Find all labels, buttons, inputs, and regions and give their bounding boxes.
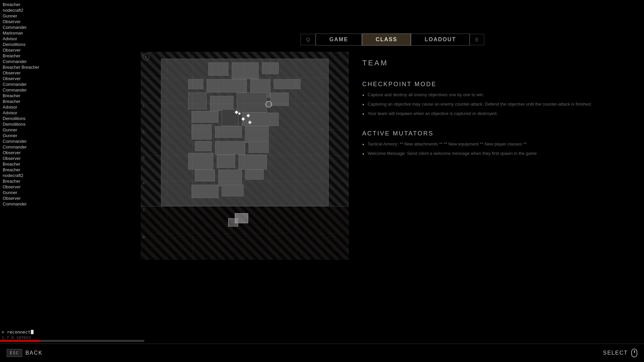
player-entry: Gunner: [3, 13, 64, 19]
player-entry: Commander: [3, 138, 64, 144]
player-entry: nodecraft2: [3, 173, 64, 178]
player-entry: Commander: [3, 81, 64, 87]
console-area: > reconnect: [0, 329, 144, 335]
player-entry: Observer: [3, 19, 64, 24]
mutator-dot-1: ●: [362, 142, 364, 146]
row-7-label: 7: [143, 208, 145, 213]
info-icon[interactable]: i: [143, 54, 149, 60]
player-entry: Commander: [3, 24, 64, 30]
player-entry: Observer: [3, 156, 64, 161]
select-button[interactable]: SELECT: [603, 349, 637, 357]
player-entry: Advisor: [3, 36, 64, 42]
row-4: 4: [143, 181, 145, 185]
mode-bullet-text-3: Your team will respawn when an objective…: [368, 111, 498, 117]
player-entry: Demolitions: [3, 116, 64, 121]
player-entry: Commander: [3, 144, 64, 150]
player-entry: Gunner: [3, 190, 64, 195]
player-entry: Breacher: [3, 53, 64, 59]
player-entry: Demolitions: [3, 42, 64, 47]
console-input-line[interactable]: > reconnect: [2, 329, 143, 335]
player-entry: Breacher: [3, 93, 64, 99]
player-entry: Gunner: [3, 127, 64, 133]
mode-bullet-text-2: Capturing an objective may cause an enem…: [368, 101, 592, 107]
player-entry: Advisor: [3, 207, 64, 208]
player-entry: Breacher: [3, 2, 64, 7]
row-8-label: 8: [143, 235, 145, 240]
player-entry: Advisor: [3, 110, 64, 116]
player-entry: Commander: [3, 87, 64, 93]
bullet-dot-3: ●: [362, 112, 364, 116]
player-entry: Breacher: [3, 178, 64, 184]
mode-bullet-3: ● Your team will respawn when an objecti…: [362, 111, 634, 117]
mode-bullet-2: ● Capturing an objective may cause an en…: [362, 101, 634, 107]
row-2: 2: [143, 130, 145, 134]
console-cursor: [31, 330, 34, 334]
player-entry: Gunner: [3, 133, 64, 138]
player-list: Breachernodecraft2GunnerObserverCommande…: [0, 0, 67, 208]
mutators-title: ACTIVE MUTATORS: [362, 130, 634, 137]
mutator-bullet-2: ● Welcome Message: Send client a welcome…: [362, 150, 634, 157]
player-entry: Observer: [3, 70, 64, 76]
mode-bullet-1: ● Capture and destroy all enemy objectiv…: [362, 92, 634, 98]
player-entry: Demolitions: [3, 121, 64, 127]
map-bottom-strip: 7 8: [141, 206, 349, 260]
team-title: TEAM: [362, 59, 634, 67]
loadout-tab[interactable]: LOADOUT: [411, 34, 470, 46]
class-tab[interactable]: CLASS: [362, 34, 411, 46]
version-text: 1.7.0.107653: [2, 336, 31, 340]
back-button[interactable]: ESC BACK: [7, 349, 43, 357]
console-prompt: > reconnect: [2, 329, 31, 335]
back-label: BACK: [25, 350, 43, 356]
esc-key: ESC: [7, 349, 22, 357]
q-key-button[interactable]: Q: [301, 34, 316, 45]
player-entry: Observer: [3, 47, 64, 53]
bottom-bar: ESC BACK SELECT: [0, 344, 644, 362]
top-nav: Q GAME CLASS LOADOUT E: [141, 34, 644, 46]
player-entry: Marksman: [3, 30, 64, 36]
player-entry: Observer: [3, 76, 64, 81]
player-entry: Observer: [3, 150, 64, 156]
player-entry: Breacher: [3, 167, 64, 173]
bullet-dot-2: ●: [362, 103, 364, 106]
bottom-player-cluster-2: [228, 218, 238, 227]
mode-title: CHECKPOINT MODE: [362, 81, 634, 88]
row-3: 3: [143, 156, 145, 160]
mouse-icon: [631, 349, 637, 357]
player-entry: Commander: [3, 201, 64, 207]
bullet-dot-1: ●: [362, 93, 364, 97]
row-1: 1: [143, 104, 145, 108]
player-entry: Observer: [3, 195, 64, 201]
mutator-text-2: Welcome Message: Send client a welcome m…: [368, 150, 537, 157]
e-key-button[interactable]: E: [470, 34, 484, 45]
mutator-bullet-1: ● Tactical Armory: ** New attachments **…: [362, 141, 634, 147]
player-entry: Breacher: [3, 161, 64, 167]
select-label: SELECT: [603, 350, 628, 356]
mutator-text-1: Tactical Armory: ** New attachments ** *…: [368, 141, 527, 147]
right-panel: TEAM CHECKPOINT MODE ● Capture and destr…: [352, 52, 644, 261]
player-entry: Observer: [3, 184, 64, 190]
game-tab[interactable]: GAME: [316, 34, 362, 46]
player-entry: Breacher Breacher: [3, 64, 64, 70]
mutator-dot-2: ●: [362, 152, 364, 156]
player-entry: Commander: [3, 59, 64, 64]
player-entry: Breacher: [3, 99, 64, 104]
player-entry: Advisor: [3, 104, 64, 110]
player-entry: nodecraft2: [3, 7, 64, 13]
mode-bullet-text-1: Capture and destroy all enemy objectives…: [368, 92, 484, 98]
